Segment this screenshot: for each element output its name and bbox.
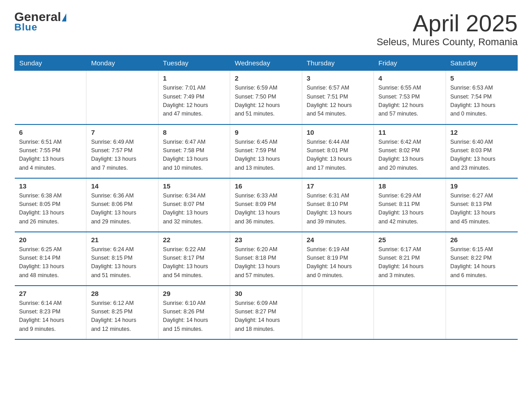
calendar-cell: 12Sunrise: 6:40 AM Sunset: 8:03 PM Dayli… [446,124,517,178]
day-info: Sunrise: 6:19 AM Sunset: 8:19 PM Dayligh… [307,245,369,280]
day-number: 26 [450,236,513,244]
day-number: 23 [235,236,297,244]
day-number: 12 [450,128,513,136]
calendar-cell: 20Sunrise: 6:25 AM Sunset: 8:14 PM Dayli… [15,232,86,286]
day-info: Sunrise: 6:14 AM Sunset: 8:23 PM Dayligh… [19,299,82,334]
day-info: Sunrise: 6:33 AM Sunset: 8:09 PM Dayligh… [235,192,297,227]
day-number: 4 [378,74,441,82]
calendar-title: April 2025 [377,11,518,36]
day-number: 17 [307,182,369,190]
calendar-week-row: 20Sunrise: 6:25 AM Sunset: 8:14 PM Dayli… [15,232,518,286]
day-number: 24 [307,236,369,244]
calendar-cell: 7Sunrise: 6:49 AM Sunset: 7:57 PM Daylig… [86,124,158,178]
header-friday: Friday [374,56,446,71]
calendar-cell: 5Sunrise: 6:53 AM Sunset: 7:54 PM Daylig… [446,71,517,124]
day-info: Sunrise: 6:29 AM Sunset: 8:11 PM Dayligh… [378,192,441,227]
day-info: Sunrise: 6:17 AM Sunset: 8:21 PM Dayligh… [378,245,441,280]
day-info: Sunrise: 6:53 AM Sunset: 7:54 PM Dayligh… [450,84,513,119]
calendar-cell: 23Sunrise: 6:20 AM Sunset: 8:18 PM Dayli… [230,232,302,286]
day-number: 5 [450,74,513,82]
calendar-cell: 26Sunrise: 6:15 AM Sunset: 8:22 PM Dayli… [446,232,517,286]
header-saturday: Saturday [446,56,517,71]
calendar-subtitle: Seleus, Mures County, Romania [377,36,518,48]
day-info: Sunrise: 6:15 AM Sunset: 8:22 PM Dayligh… [450,245,513,280]
calendar-table: SundayMondayTuesdayWednesdayThursdayFrid… [14,55,518,340]
day-number: 22 [163,236,225,244]
calendar-cell: 4Sunrise: 6:55 AM Sunset: 7:53 PM Daylig… [374,71,446,124]
calendar-cell: 14Sunrise: 6:36 AM Sunset: 8:06 PM Dayli… [86,178,158,232]
day-number: 29 [163,290,225,297]
calendar-week-row: 13Sunrise: 6:38 AM Sunset: 8:05 PM Dayli… [15,178,518,232]
calendar-cell: 11Sunrise: 6:42 AM Sunset: 8:02 PM Dayli… [374,124,446,178]
day-number: 21 [91,236,153,244]
calendar-week-row: 1Sunrise: 7:01 AM Sunset: 7:49 PM Daylig… [15,71,518,124]
calendar-cell: 19Sunrise: 6:27 AM Sunset: 8:13 PM Dayli… [446,178,517,232]
calendar-cell [86,71,158,124]
calendar-cell: 17Sunrise: 6:31 AM Sunset: 8:10 PM Dayli… [302,178,373,232]
logo-blue-text: Blue [14,21,38,33]
day-info: Sunrise: 6:09 AM Sunset: 8:27 PM Dayligh… [235,299,297,334]
calendar-cell: 21Sunrise: 6:24 AM Sunset: 8:15 PM Dayli… [86,232,158,286]
header-sunday: Sunday [15,56,86,71]
calendar-cell [374,286,446,339]
logo: General Blue [14,11,66,33]
day-info: Sunrise: 6:47 AM Sunset: 7:58 PM Dayligh… [163,138,225,173]
calendar-cell: 9Sunrise: 6:45 AM Sunset: 7:59 PM Daylig… [230,124,302,178]
day-info: Sunrise: 6:34 AM Sunset: 8:07 PM Dayligh… [163,192,225,227]
calendar-cell [15,71,86,124]
day-number: 14 [91,182,153,190]
logo-triangle-icon [62,13,66,21]
calendar-cell: 3Sunrise: 6:57 AM Sunset: 7:51 PM Daylig… [302,71,373,124]
day-number: 20 [19,236,82,244]
calendar-cell: 27Sunrise: 6:14 AM Sunset: 8:23 PM Dayli… [15,286,86,339]
day-number: 9 [235,128,297,136]
calendar-cell: 2Sunrise: 6:59 AM Sunset: 7:50 PM Daylig… [230,71,302,124]
day-info: Sunrise: 6:38 AM Sunset: 8:05 PM Dayligh… [19,192,82,227]
header-monday: Monday [86,56,158,71]
calendar-cell: 8Sunrise: 6:47 AM Sunset: 7:58 PM Daylig… [158,124,230,178]
header-wednesday: Wednesday [230,56,302,71]
day-number: 28 [91,290,153,297]
calendar-week-row: 27Sunrise: 6:14 AM Sunset: 8:23 PM Dayli… [15,286,518,339]
day-number: 7 [91,128,153,136]
day-info: Sunrise: 6:49 AM Sunset: 7:57 PM Dayligh… [91,138,153,173]
calendar-cell: 1Sunrise: 7:01 AM Sunset: 7:49 PM Daylig… [158,71,230,124]
day-info: Sunrise: 6:20 AM Sunset: 8:18 PM Dayligh… [235,245,297,280]
day-number: 18 [378,182,441,190]
day-number: 1 [163,74,225,82]
day-number: 30 [235,290,297,297]
title-block: April 2025 Seleus, Mures County, Romania [377,11,518,48]
day-info: Sunrise: 6:27 AM Sunset: 8:13 PM Dayligh… [450,192,513,227]
day-number: 6 [19,128,82,136]
calendar-cell [302,286,373,339]
day-info: Sunrise: 6:22 AM Sunset: 8:17 PM Dayligh… [163,245,225,280]
calendar-cell [446,286,517,339]
day-number: 16 [235,182,297,190]
day-info: Sunrise: 6:12 AM Sunset: 8:25 PM Dayligh… [91,299,153,334]
page-header: General Blue April 2025 Seleus, Mures Co… [14,11,518,48]
day-info: Sunrise: 6:45 AM Sunset: 7:59 PM Dayligh… [235,138,297,173]
day-number: 27 [19,290,82,297]
day-number: 15 [163,182,225,190]
day-number: 11 [378,128,441,136]
day-number: 2 [235,74,297,82]
day-info: Sunrise: 6:57 AM Sunset: 7:51 PM Dayligh… [307,84,369,119]
calendar-cell: 18Sunrise: 6:29 AM Sunset: 8:11 PM Dayli… [374,178,446,232]
day-number: 13 [19,182,82,190]
day-info: Sunrise: 7:01 AM Sunset: 7:49 PM Dayligh… [163,84,225,119]
calendar-cell: 29Sunrise: 6:10 AM Sunset: 8:26 PM Dayli… [158,286,230,339]
calendar-cell: 25Sunrise: 6:17 AM Sunset: 8:21 PM Dayli… [374,232,446,286]
day-info: Sunrise: 6:10 AM Sunset: 8:26 PM Dayligh… [163,299,225,334]
calendar-cell: 24Sunrise: 6:19 AM Sunset: 8:19 PM Dayli… [302,232,373,286]
calendar-week-row: 6Sunrise: 6:51 AM Sunset: 7:55 PM Daylig… [15,124,518,178]
day-info: Sunrise: 6:24 AM Sunset: 8:15 PM Dayligh… [91,245,153,280]
calendar-cell: 22Sunrise: 6:22 AM Sunset: 8:17 PM Dayli… [158,232,230,286]
day-info: Sunrise: 6:31 AM Sunset: 8:10 PM Dayligh… [307,192,369,227]
day-number: 19 [450,182,513,190]
day-number: 25 [378,236,441,244]
calendar-cell: 10Sunrise: 6:44 AM Sunset: 8:01 PM Dayli… [302,124,373,178]
day-info: Sunrise: 6:25 AM Sunset: 8:14 PM Dayligh… [19,245,82,280]
day-number: 3 [307,74,369,82]
calendar-cell: 28Sunrise: 6:12 AM Sunset: 8:25 PM Dayli… [86,286,158,339]
day-info: Sunrise: 6:51 AM Sunset: 7:55 PM Dayligh… [19,138,82,173]
